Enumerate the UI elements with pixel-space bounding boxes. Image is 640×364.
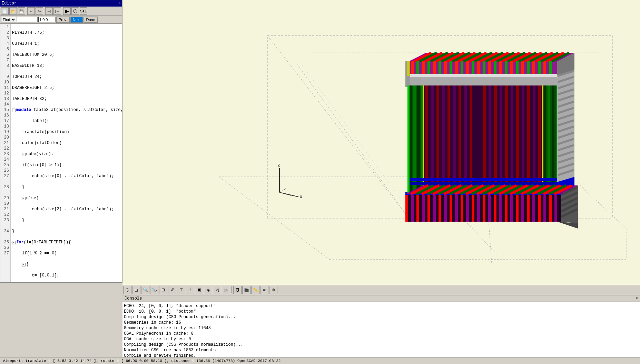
svg-rect-65 [543,85,546,194]
console-line: CGAL Polyhedrons in cache: 0 [124,331,639,336]
svg-rect-62 [417,85,420,194]
console-line: CGAL cache size in bytes: 0 [124,336,639,342]
svg-rect-110 [472,194,474,222]
svg-rect-105 [444,194,447,222]
export-image-button[interactable]: 🖼 [233,286,242,294]
svg-rect-68 [556,85,557,194]
editor-toolbar: 📄 📂 💾 ↩ ↪ →| |← ▶ ⬡ STL [0,7,122,16]
svg-rect-113 [488,194,491,222]
animation-button[interactable]: 🎬 [242,286,250,294]
new-file-button[interactable]: 📄 [1,7,9,15]
svg-rect-114 [494,194,496,222]
3d-scene: z x [122,0,640,285]
svg-rect-79 [459,85,461,194]
svg-rect-43 [483,61,485,75]
grid-button[interactable]: # [260,286,268,294]
svg-rect-63 [421,85,423,194]
orthographic-button[interactable]: ◻ [132,286,140,294]
svg-rect-83 [489,85,491,194]
redo-button[interactable]: ↪ [36,7,43,15]
svg-rect-85 [500,85,502,194]
svg-rect-81 [470,85,472,194]
console-line: Compiling design (CSG Products normaliza… [124,342,639,347]
svg-rect-75 [436,85,439,194]
svg-rect-44 [488,61,491,75]
svg-line-216 [279,187,288,192]
view-left-button[interactable]: ◁ [213,286,221,294]
zoom-in-button[interactable]: 🔍 [141,286,149,294]
console-line: ECHO: 18, [0, 0, 1], "bottom" [124,309,639,314]
svg-rect-37 [450,61,452,75]
svg-rect-107 [455,194,458,222]
measure-button[interactable]: 📏 [251,286,259,294]
svg-rect-154 [407,85,410,194]
next-button[interactable]: Next [70,17,83,23]
svg-rect-91 [533,85,535,194]
svg-rect-54 [543,61,546,75]
preview-button[interactable]: ▶ [63,7,71,15]
svg-rect-88 [516,85,519,194]
svg-rect-92 [538,85,541,194]
svg-rect-101 [422,194,425,222]
svg-rect-49 [516,61,519,75]
console-content: ECHO: 24, [0, 0, 1], "drawer support" EC… [122,302,640,364]
undo-button[interactable]: ↩ [27,7,35,15]
editor-title: Editor [2,1,17,6]
console-title: Console [125,296,142,301]
goto-input[interactable] [38,17,56,22]
unindent-button[interactable]: |← [53,7,61,15]
svg-rect-40 [466,61,469,75]
render-button[interactable]: ⬡ [71,7,79,15]
console-line: Normalized CSG tree has 1863 elements [124,347,639,353]
divider-3 [62,7,62,13]
svg-rect-86 [505,85,508,194]
svg-line-0 [267,36,409,218]
zoom-fit-button[interactable]: ⊡ [159,286,167,294]
viewport[interactable]: z x [122,0,640,285]
view-top-button[interactable]: ⊤ [177,286,185,294]
view-right-button[interactable]: ▷ [222,286,230,294]
svg-rect-121 [532,194,535,222]
view-bottom-button[interactable]: ⊥ [186,286,194,294]
svg-rect-120 [527,194,530,222]
stl-export-button[interactable]: STL [80,7,87,15]
svg-rect-90 [527,85,530,194]
perspective-button[interactable]: ⬡ [123,286,131,294]
code-area[interactable]: 1 2 3 4 5 6 7 8 9 10 11 12 13 14 15 16 1… [0,24,122,282]
axes-button[interactable]: ⊕ [269,286,277,294]
svg-rect-39 [461,61,463,75]
svg-rect-109 [466,194,469,222]
svg-rect-52 [532,61,535,75]
editor-close-btn[interactable]: × [118,1,121,6]
svg-rect-87 [511,85,513,194]
console-close-btn[interactable]: × [636,296,638,301]
svg-rect-103 [433,194,436,222]
svg-rect-46 [499,61,502,75]
svg-rect-116 [505,194,508,222]
svg-text:z: z [278,162,280,168]
open-file-button[interactable]: 📂 [9,7,17,15]
svg-rect-48 [510,61,513,75]
find-input[interactable] [17,17,38,22]
svg-rect-99 [411,194,414,222]
prev-button[interactable]: Prev. [56,17,70,23]
view-front-button[interactable]: ▣ [195,286,203,294]
code-content[interactable]: PLYWIDTH=.75; CUTWIDTH=1; TABLEBOTTOM=20… [11,24,122,282]
view-back-button[interactable]: ◈ [204,286,212,294]
find-bar: Find Prev. Next Done [0,16,122,24]
svg-rect-51 [527,61,530,75]
svg-rect-53 [538,61,541,75]
svg-rect-82 [483,85,486,194]
svg-line-11 [295,61,409,218]
reset-view-button[interactable]: ↺ [168,286,176,294]
svg-rect-102 [427,194,430,222]
indent-button[interactable]: →| [45,7,53,15]
svg-rect-125 [554,194,557,222]
done-button[interactable]: Done [83,17,97,23]
svg-rect-78 [453,85,456,194]
zoom-out-button[interactable]: 🔍- [150,286,158,294]
find-type-select[interactable]: Find [1,17,16,22]
svg-rect-94 [542,85,543,194]
svg-rect-32 [422,61,425,75]
save-file-button[interactable]: 💾 [18,7,25,15]
